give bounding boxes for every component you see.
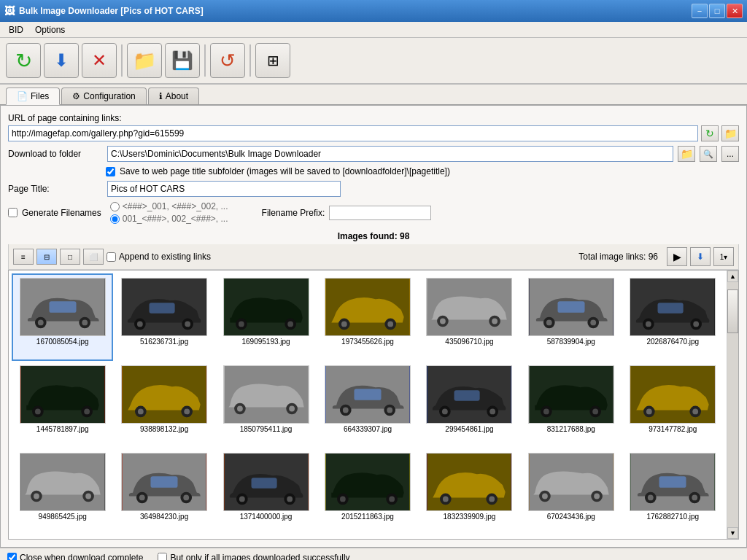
list-item[interactable]: 1850795411.jpg [215, 361, 317, 448]
list-item[interactable]: 973147782.jpg [622, 361, 724, 448]
image-filename: 587839904.jpg [547, 338, 595, 346]
page-title-input[interactable] [107, 181, 341, 197]
svg-rect-11 [150, 303, 175, 314]
tab-configuration[interactable]: ⚙ Configuration [61, 88, 146, 104]
scroll-down[interactable]: ▼ [727, 527, 738, 539]
svg-point-16 [287, 322, 293, 327]
app-icon: 🖼 [4, 5, 15, 17]
stop-button[interactable]: ✕ [82, 43, 117, 78]
save-subfolder-checkbox[interactable] [106, 167, 115, 176]
gen-filenames-checkbox[interactable] [8, 208, 18, 217]
menu-bid[interactable]: BID [3, 23, 29, 36]
svg-point-91 [287, 497, 293, 502]
append-checkbox[interactable] [107, 252, 116, 262]
close-complete-checkbox[interactable] [7, 553, 17, 560]
reload-button[interactable]: ↺ [210, 43, 245, 78]
list-item[interactable]: 949865425.jpg [12, 448, 113, 536]
list-item[interactable]: 1371400000.jpg [215, 448, 317, 536]
view-large-button[interactable]: ⬜ [83, 249, 104, 265]
list-item[interactable]: 1973455626.jpg [317, 273, 418, 361]
scroll-track[interactable] [727, 282, 738, 527]
download-button[interactable]: ⬇ [44, 43, 79, 78]
svg-point-52 [237, 406, 243, 412]
folder-action-button[interactable]: 🔍 [700, 146, 717, 162]
url-input[interactable] [8, 125, 698, 141]
list-item[interactable]: 670243436.jpg [520, 448, 622, 536]
list-item[interactable]: 1670085054.jpg [12, 273, 113, 361]
image-filename: 1371400000.jpg [240, 513, 293, 521]
open-folder-button[interactable]: 📁 [127, 43, 162, 78]
list-item[interactable]: 831217688.jpg [520, 361, 622, 448]
filename-option2-radio[interactable] [110, 214, 120, 224]
svg-point-20 [341, 322, 347, 327]
play-button[interactable]: ▶ [667, 247, 687, 266]
append-label: Append to existing links [119, 252, 211, 262]
maximize-button[interactable]: □ [709, 4, 725, 18]
scrollbar[interactable]: ▲ ▼ [727, 271, 738, 539]
image-filename: 973147782.jpg [649, 425, 697, 433]
view-list-button[interactable]: ≡ [13, 249, 34, 265]
svg-point-4 [82, 320, 88, 326]
list-item[interactable]: 364984230.jpg [113, 448, 214, 536]
list-item[interactable]: 587839904.jpg [520, 273, 622, 361]
list-item[interactable]: 2015211863.jpg [317, 448, 418, 536]
list-item[interactable]: 664339307.jpg [317, 361, 418, 448]
only-if-all-row: But only if all images downloaded succes… [158, 553, 349, 561]
list-item[interactable]: 1445781897.jpg [12, 361, 113, 448]
info-icon: ℹ [159, 91, 163, 101]
save-button[interactable]: 💾 [165, 43, 200, 78]
svg-point-64 [490, 409, 496, 415]
svg-point-63 [442, 409, 448, 415]
list-item[interactable]: 1762882710.jpg [622, 448, 724, 536]
image-filename: 2015211863.jpg [341, 513, 394, 521]
refresh-button[interactable]: ↻ [6, 43, 41, 78]
only-if-all-label: But only if all images downloaded succes… [170, 553, 349, 561]
images-found-bar: Images found: 98 [8, 228, 739, 244]
list-item[interactable]: 516236731.jpg [113, 273, 214, 361]
filename-option1-radio[interactable] [110, 202, 120, 211]
folder-more-button[interactable]: ... [721, 146, 739, 162]
svg-point-70 [592, 409, 598, 415]
download-input[interactable] [107, 146, 673, 162]
url-refresh-button[interactable]: ↻ [701, 125, 719, 141]
url-row: URL of page containing links: ↻ 📁 [8, 113, 739, 141]
tab-about[interactable]: ℹ About [148, 88, 199, 104]
scroll-thumb[interactable] [727, 289, 738, 333]
list-item[interactable]: 299454861.jpg [419, 361, 520, 448]
svg-point-9 [137, 322, 143, 327]
grid-button[interactable]: ⊞ [255, 43, 290, 78]
image-filename: 670243436.jpg [547, 513, 595, 521]
list-item[interactable]: 938898132.jpg [113, 361, 214, 448]
list-item[interactable]: 2026876470.jpg [622, 273, 724, 361]
svg-point-101 [443, 497, 449, 502]
prefix-input[interactable] [329, 206, 431, 220]
svg-point-58 [387, 408, 392, 413]
list-item[interactable]: 1832339909.jpg [419, 448, 520, 536]
minimize-button[interactable]: − [692, 4, 708, 18]
only-if-all-checkbox[interactable] [158, 553, 167, 560]
svg-point-75 [693, 409, 699, 415]
svg-rect-32 [557, 301, 584, 313]
gen-filenames-label: Generate Filenames [22, 208, 101, 218]
close-complete-row: Close when download complete [7, 553, 143, 561]
svg-point-43 [84, 409, 90, 415]
list-item[interactable]: 169095193.jpg [215, 273, 317, 361]
tab-files[interactable]: 📄 Files [6, 88, 60, 105]
svg-point-10 [185, 322, 190, 327]
svg-rect-92 [251, 478, 276, 489]
browse-button[interactable]: 📁 [678, 146, 695, 162]
view-small-button[interactable]: ⊟ [36, 249, 57, 265]
list-item[interactable]: 435096710.jpg [419, 273, 520, 361]
svg-point-3 [38, 320, 44, 326]
svg-point-69 [543, 409, 549, 415]
menu-options[interactable]: Options [29, 23, 71, 36]
download-action-button[interactable]: ⬇ [690, 247, 711, 266]
image-filename: 949865425.jpg [39, 513, 87, 521]
scroll-up[interactable]: ▲ [727, 271, 738, 282]
bottom-bar: Close when download complete But only if… [0, 548, 747, 560]
config-icon: ⚙ [72, 91, 80, 101]
url-folder-button[interactable]: 📁 [721, 125, 739, 141]
close-button[interactable]: ✕ [727, 4, 743, 18]
view-medium-button[interactable]: □ [60, 249, 80, 265]
svg-point-102 [489, 497, 495, 502]
